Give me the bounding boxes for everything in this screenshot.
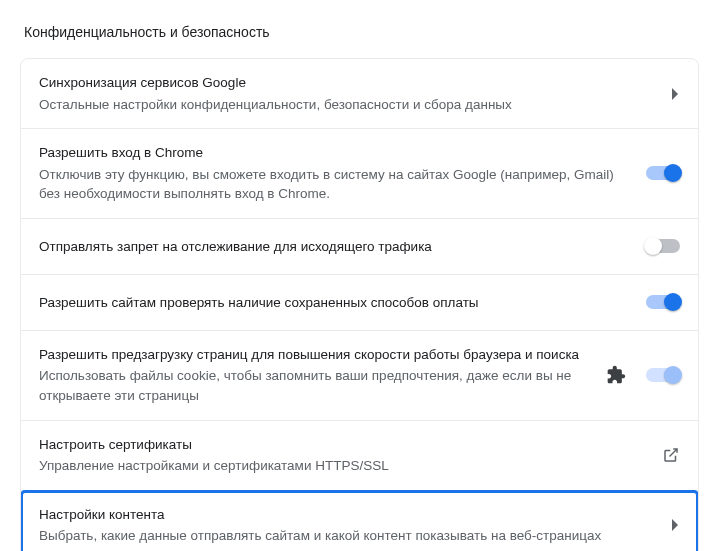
- row-desc: Выбрать, какие данные отправлять сайтам …: [39, 526, 660, 546]
- row-preload-pages: Разрешить предзагрузку страниц для повыш…: [21, 331, 698, 421]
- row-allow-chrome-signin: Разрешить вход в Chrome Отключив эту фун…: [21, 129, 698, 219]
- chevron-right-icon: [672, 519, 680, 531]
- chevron-right-icon: [672, 88, 680, 100]
- row-title: Настроить сертификаты: [39, 435, 650, 455]
- toggle-allow-chrome-signin[interactable]: [646, 166, 680, 180]
- row-title: Отправлять запрет на отслеживание для ис…: [39, 237, 634, 257]
- toggle-preload-pages[interactable]: [646, 368, 680, 382]
- row-desc: Управление настройками и сертификатами H…: [39, 456, 650, 476]
- row-title: Разрешить вход в Chrome: [39, 143, 634, 163]
- settings-card: Синхронизация сервисов Google Остальные …: [20, 58, 699, 551]
- row-desc: Использовать файлы cookie, чтобы запомни…: [39, 366, 594, 405]
- section-title: Конфиденциальность и безопасность: [20, 24, 699, 40]
- row-content-settings[interactable]: Настройки контента Выбрать, какие данные…: [21, 491, 698, 551]
- toggle-do-not-track[interactable]: [646, 239, 680, 253]
- row-title: Настройки контента: [39, 505, 660, 525]
- row-manage-certificates[interactable]: Настроить сертификаты Управление настрой…: [21, 421, 698, 491]
- toggle-payment-check[interactable]: [646, 295, 680, 309]
- row-title: Синхронизация сервисов Google: [39, 73, 660, 93]
- row-desc: Остальные настройки конфиденциальности, …: [39, 95, 660, 115]
- row-title: Разрешить предзагрузку страниц для повыш…: [39, 345, 594, 365]
- row-payment-check: Разрешить сайтам проверять наличие сохра…: [21, 275, 698, 331]
- extension-icon: [606, 365, 626, 385]
- row-sync-google-services[interactable]: Синхронизация сервисов Google Остальные …: [21, 59, 698, 129]
- row-desc: Отключив эту функцию, вы сможете входить…: [39, 165, 634, 204]
- external-link-icon: [662, 446, 680, 464]
- row-title: Разрешить сайтам проверять наличие сохра…: [39, 293, 634, 313]
- row-do-not-track: Отправлять запрет на отслеживание для ис…: [21, 219, 698, 275]
